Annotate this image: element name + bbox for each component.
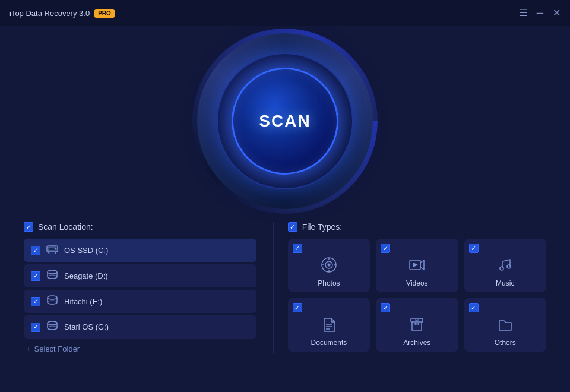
- file-type-icon-videos: [381, 257, 453, 277]
- select-folder-button[interactable]: + Select Folder: [24, 344, 259, 353]
- file-type-card-others[interactable]: Others: [464, 298, 546, 352]
- file-type-label-documents: Documents: [293, 339, 365, 347]
- file-type-icon-others: [469, 316, 542, 336]
- main-content: SCAN Scan Location: OS SSD (C:) Seagate …: [0, 26, 570, 392]
- drive-item-d[interactable]: Seagate (D:): [24, 264, 256, 287]
- svg-point-7: [48, 296, 57, 299]
- file-type-grid: Photos Videos Music Documents Archives O…: [288, 239, 546, 352]
- file-type-card-documents[interactable]: Documents: [288, 298, 370, 352]
- drive-checkbox-c[interactable]: [31, 246, 40, 255]
- svg-point-10: [48, 326, 57, 330]
- scan-location-checkbox[interactable]: [24, 222, 33, 232]
- titlebar: iTop Data Recovery 3.0 PRO ☰ ─ ✕: [0, 0, 570, 26]
- file-type-label-others: Others: [469, 339, 542, 347]
- drive-item-e[interactable]: Hitachi (E:): [24, 290, 256, 313]
- file-type-label-archives: Archives: [381, 339, 453, 347]
- file-types-checkbox[interactable]: [288, 222, 297, 232]
- bottom-section: Scan Location: OS SSD (C:) Seagate (D:) …: [24, 216, 546, 353]
- file-type-icon-photos: [293, 257, 365, 277]
- file-type-checkbox-documents[interactable]: [293, 303, 302, 312]
- file-type-checkbox-videos[interactable]: [381, 244, 390, 253]
- file-type-checkbox-archives[interactable]: [381, 303, 390, 312]
- file-type-label-videos: Videos: [381, 279, 453, 287]
- scan-area: SCAN: [24, 26, 546, 216]
- file-type-checkbox-music[interactable]: [469, 244, 479, 253]
- svg-point-2: [55, 248, 56, 250]
- svg-point-8: [48, 301, 57, 304]
- scan-ring-2: SCAN: [217, 53, 353, 189]
- drive-item-g[interactable]: Stari OS (G:): [24, 315, 256, 339]
- drive-name-g: Stari OS (G:): [64, 323, 109, 331]
- file-types-panel: File Types: Photos Videos Music Document…: [288, 222, 546, 353]
- titlebar-left: iTop Data Recovery 3.0 PRO: [10, 9, 115, 18]
- file-type-card-archives[interactable]: Archives: [376, 298, 458, 352]
- file-type-label-photos: Photos: [293, 279, 365, 287]
- drive-checkbox-g[interactable]: [31, 323, 40, 332]
- menu-icon[interactable]: ☰: [519, 8, 527, 18]
- pro-badge: PRO: [94, 9, 115, 18]
- drive-name-d: Seagate (D:): [64, 271, 108, 280]
- svg-rect-26: [415, 323, 419, 325]
- drive-list: OS SSD (C:) Seagate (D:) Hitachi (E:) St…: [24, 239, 259, 339]
- file-type-card-videos[interactable]: Videos: [376, 239, 458, 292]
- svg-point-5: [48, 270, 57, 274]
- file-types-label: File Types:: [302, 222, 342, 232]
- file-type-checkbox-photos[interactable]: [293, 244, 302, 253]
- svg-point-9: [48, 321, 57, 325]
- file-type-checkbox-others[interactable]: [469, 303, 479, 312]
- file-type-card-music[interactable]: Music: [464, 239, 546, 292]
- close-icon[interactable]: ✕: [553, 8, 560, 18]
- scan-location-panel: Scan Location: OS SSD (C:) Seagate (D:) …: [24, 222, 259, 353]
- drive-name-e: Hitachi (E:): [64, 297, 102, 306]
- app-title: iTop Data Recovery 3.0: [10, 9, 90, 18]
- file-type-card-photos[interactable]: Photos: [288, 239, 370, 292]
- titlebar-controls: ☰ ─ ✕: [519, 8, 560, 18]
- drive-item-c[interactable]: OS SSD (C:): [24, 239, 256, 262]
- scan-outer-ring: SCAN: [208, 44, 362, 198]
- drive-checkbox-e[interactable]: [31, 297, 40, 306]
- svg-point-6: [48, 275, 57, 279]
- file-type-icon-music: [469, 257, 542, 277]
- scan-location-header: Scan Location:: [24, 222, 259, 232]
- drive-icon-g: [46, 320, 58, 334]
- drive-icon-e: [46, 295, 58, 308]
- plus-icon: +: [26, 344, 31, 353]
- scan-button[interactable]: SCAN: [232, 68, 338, 175]
- scan-location-label: Scan Location:: [38, 222, 93, 232]
- drive-checkbox-d[interactable]: [31, 271, 40, 281]
- select-folder-label: Select Folder: [34, 344, 80, 353]
- minimize-icon[interactable]: ─: [537, 8, 543, 18]
- svg-marker-19: [413, 263, 418, 267]
- drive-icon-d: [46, 269, 58, 283]
- drive-icon-c: [46, 244, 58, 257]
- file-type-icon-archives: [381, 316, 453, 336]
- svg-point-13: [327, 264, 330, 267]
- divider: [273, 222, 274, 353]
- file-type-label-music: Music: [469, 279, 542, 287]
- drive-name-c: OS SSD (C:): [64, 246, 108, 255]
- file-types-header: File Types:: [288, 222, 546, 232]
- file-type-icon-documents: [293, 316, 365, 336]
